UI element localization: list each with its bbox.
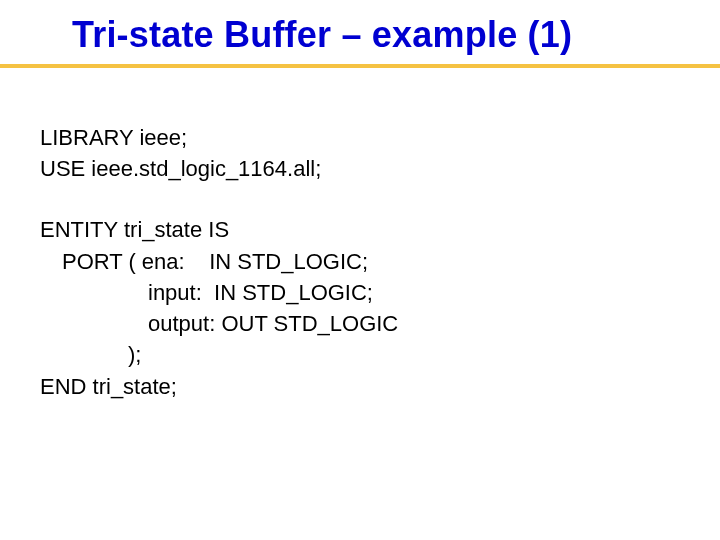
code-line: USE ieee.std_logic_1164.all; [40, 153, 720, 184]
code-line: END tri_state; [40, 371, 720, 402]
code-line: ENTITY tri_state IS [40, 214, 720, 245]
slide: Tri-state Buffer – example (1) LIBRARY i… [0, 0, 720, 540]
slide-body: LIBRARY ieee; USE ieee.std_logic_1164.al… [0, 68, 720, 402]
code-line: output: OUT STD_LOGIC [40, 308, 720, 339]
entity-block: ENTITY tri_state IS PORT ( ena: IN STD_L… [40, 214, 720, 401]
title-block: Tri-state Buffer – example (1) [0, 0, 720, 62]
slide-title: Tri-state Buffer – example (1) [72, 14, 694, 62]
code-line: ); [40, 339, 720, 370]
library-block: LIBRARY ieee; USE ieee.std_logic_1164.al… [40, 122, 720, 184]
code-line: PORT ( ena: IN STD_LOGIC; [40, 246, 720, 277]
code-line: input: IN STD_LOGIC; [40, 277, 720, 308]
code-line: LIBRARY ieee; [40, 122, 720, 153]
